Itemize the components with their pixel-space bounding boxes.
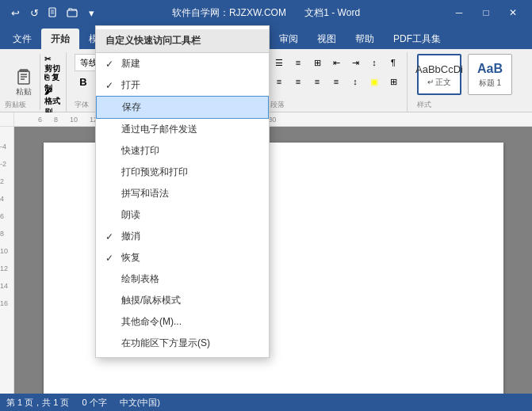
menu-check-redo: ✓ xyxy=(105,253,118,264)
sort-button[interactable]: ↕ xyxy=(366,54,383,71)
new-button[interactable] xyxy=(44,4,62,21)
menu-item-redo[interactable]: ✓恢复 xyxy=(96,247,269,268)
tab-review[interactable]: 审阅 xyxy=(270,29,308,49)
ruler-corner xyxy=(0,112,14,127)
menu-item-label-email: 通过电子邮件发送 xyxy=(121,123,259,136)
menu-item-label-spelling: 拼写和语法 xyxy=(121,187,259,200)
window-controls: ─ □ ✕ xyxy=(446,4,526,21)
quick-access-toolbar: ↩ ↺ ▾ xyxy=(6,4,100,21)
menu-check-new: ✓ xyxy=(105,59,118,70)
menu-item-label-more: 其他命令(M)... xyxy=(121,315,259,329)
customize-toolbar-button[interactable]: ▾ xyxy=(82,4,100,21)
style-heading1-label: 标题 1 xyxy=(479,78,501,89)
svg-rect-6 xyxy=(18,71,29,84)
menu-item-label-below: 在功能区下方显示(S) xyxy=(121,337,259,350)
close-button[interactable]: ✕ xyxy=(500,4,526,21)
title-bar: ↩ ↺ ▾ 软件自学网：RJZXW.COM 文档1 - Word ─ □ ✕ xyxy=(0,0,532,25)
status-bar: 第 1 页，共 1 页 0 个字 中文(中国) xyxy=(0,394,532,411)
increase-indent-button[interactable]: ⇥ xyxy=(346,54,364,71)
menu-item-open[interactable]: ✓打开 xyxy=(96,74,269,96)
menu-item-label-read: 朗读 xyxy=(121,208,259,222)
menu-item-quickprint[interactable]: 快速打印 xyxy=(96,140,269,162)
svg-rect-0 xyxy=(49,8,55,17)
minimize-button[interactable]: ─ xyxy=(446,4,472,21)
shading-button[interactable]: ▣ xyxy=(366,73,383,90)
menu-item-below[interactable]: 在功能区下方显示(S) xyxy=(96,333,269,354)
menu-item-undo[interactable]: ✓撤消 xyxy=(96,226,269,247)
vertical-ruler: -4-224 681012 1416 xyxy=(0,127,14,394)
tab-pdf[interactable]: PDF工具集 xyxy=(384,29,450,49)
borders-button[interactable]: ⊞ xyxy=(385,73,402,90)
paragraph-group: ☰ ≡ ⊞ ⇤ ⇥ ↕ ¶ ≡ ≡ ≡ ≡ ↕ ▣ ⊞ 段落 xyxy=(266,52,408,112)
window-title: 软件自学网：RJZXW.COM 文档1 - Word xyxy=(172,6,360,20)
paragraph-group-label: 段落 xyxy=(270,100,402,110)
style-normal-label: ↵ 正文 xyxy=(427,77,452,88)
menu-item-label-undo: 撤消 xyxy=(121,230,259,243)
status-pages: 第 1 页，共 1 页 xyxy=(6,397,69,409)
style-heading1[interactable]: AaB 标题 1 xyxy=(468,54,512,95)
tab-home[interactable]: 开始 xyxy=(41,29,79,49)
show-marks-button[interactable]: ¶ xyxy=(385,54,402,71)
numbering-button[interactable]: ≡ xyxy=(289,54,307,71)
align-left-button[interactable]: ≡ xyxy=(270,73,288,90)
menu-item-drawtable[interactable]: 绘制表格 xyxy=(96,268,269,290)
align-center-button[interactable]: ≡ xyxy=(289,73,307,90)
menu-item-label-touch: 触摸/鼠标模式 xyxy=(121,294,259,307)
open-button[interactable] xyxy=(63,4,81,21)
redo-button[interactable]: ↺ xyxy=(25,4,43,21)
menu-item-label-redo: 恢复 xyxy=(121,251,259,264)
menu-item-email[interactable]: 通过电子邮件发送 xyxy=(96,119,269,140)
menu-item-label-save: 保存 xyxy=(122,101,258,114)
menu-item-new[interactable]: ✓新建 xyxy=(96,53,269,74)
menu-item-label-printpreview: 打印预览和打印 xyxy=(121,166,259,179)
maximize-button[interactable]: □ xyxy=(473,4,499,21)
menu-item-read[interactable]: 朗读 xyxy=(96,204,269,226)
undo-button[interactable]: ↩ xyxy=(6,4,24,21)
menu-item-label-quickprint: 快速打印 xyxy=(121,144,259,158)
svg-rect-4 xyxy=(67,10,77,17)
align-right-button[interactable]: ≡ xyxy=(308,73,326,90)
styles-group: AaBbCcDi ↵ 正文 AaB 标题 1 样式 xyxy=(412,52,529,112)
menu-item-more[interactable]: 其他命令(M)... xyxy=(96,311,269,333)
tab-help[interactable]: 帮助 xyxy=(346,29,384,49)
bold-button[interactable]: B xyxy=(75,73,92,90)
bullets-button[interactable]: ☰ xyxy=(270,54,288,71)
custom-toolbar-menu[interactable]: 自定义快速访问工具栏 ✓新建✓打开保存通过电子邮件发送快速打印打印预览和打印拼写… xyxy=(95,25,270,358)
clipboard-group-label: 剪贴板 xyxy=(5,100,26,110)
format-painter-button[interactable]: 🖌 格式刷 xyxy=(44,93,61,111)
page-content-area[interactable] xyxy=(14,127,532,394)
menu-item-label-open: 打开 xyxy=(121,78,259,92)
horizontal-ruler: 6 8 10 12 14 16 18 20 22 24 26 28 30 xyxy=(14,112,532,126)
style-normal[interactable]: AaBbCcDi ↵ 正文 xyxy=(417,54,461,95)
status-lang: 中文(中国) xyxy=(120,397,160,409)
menu-item-label-new: 新建 xyxy=(121,57,259,70)
status-words: 0 个字 xyxy=(82,397,106,409)
multilevel-button[interactable]: ⊞ xyxy=(308,54,326,71)
tab-file[interactable]: 文件 xyxy=(3,29,41,49)
tab-view[interactable]: 视图 xyxy=(308,29,346,49)
menu-item-touch[interactable]: 触摸/鼠标模式 xyxy=(96,290,269,311)
menu-items-container: ✓新建✓打开保存通过电子邮件发送快速打印打印预览和打印拼写和语法朗读✓撤消✓恢复… xyxy=(96,53,269,354)
menu-item-label-drawtable: 绘制表格 xyxy=(121,272,259,286)
justify-button[interactable]: ≡ xyxy=(327,73,345,90)
menu-check-open: ✓ xyxy=(105,80,118,91)
menu-item-printpreview[interactable]: 打印预览和打印 xyxy=(96,162,269,183)
styles-group-label: 样式 xyxy=(417,100,524,110)
cut-button[interactable]: ✂ 剪切 xyxy=(44,55,61,73)
menu-check-undo: ✓ xyxy=(105,231,118,242)
line-spacing-button[interactable]: ↕ xyxy=(346,73,364,90)
menu-item-spelling[interactable]: 拼写和语法 xyxy=(96,183,269,204)
menu-item-save[interactable]: 保存 xyxy=(96,96,269,119)
decrease-indent-button[interactable]: ⇤ xyxy=(327,54,345,71)
menu-header: 自定义快速访问工具栏 xyxy=(96,29,269,53)
